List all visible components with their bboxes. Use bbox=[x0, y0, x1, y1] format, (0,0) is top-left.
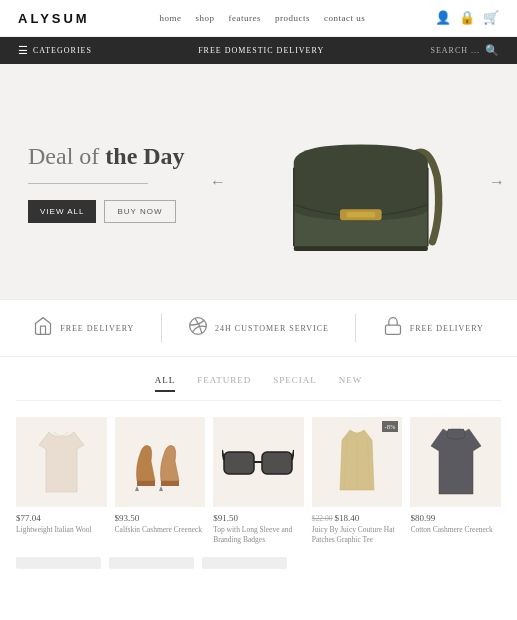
svg-rect-9 bbox=[262, 452, 292, 474]
categories-button[interactable]: ☰ CATEGORIES bbox=[18, 44, 92, 57]
customer-service-icon bbox=[188, 316, 208, 340]
product-card-2: $93.50 Calfskin Cashmere Creeneck bbox=[115, 417, 206, 545]
svg-rect-5 bbox=[294, 246, 428, 251]
feature-label-1: FREE DELIVERY bbox=[60, 324, 134, 333]
product-name-3: Top with Long Sleeve and Branding Badges bbox=[213, 525, 304, 545]
product-card-1: $77.04 Lightweight Italian Wool bbox=[16, 417, 107, 545]
hero-headline: Deal of the Day bbox=[28, 140, 228, 172]
nav-products[interactable]: products bbox=[275, 13, 310, 23]
features-bar: FREE DELIVERY 24H CUSTOMER SERVICE FREE … bbox=[0, 299, 517, 357]
product-price-4: $22.00$18.40 bbox=[312, 513, 403, 523]
hero-line1: Deal of bbox=[28, 143, 105, 169]
product-name-5: Cotton Cashmere Creeneck bbox=[410, 525, 501, 535]
product-img-sunglasses bbox=[222, 442, 294, 482]
product-img-shirt bbox=[34, 427, 89, 497]
features-divider-1 bbox=[161, 314, 162, 342]
cart-icon[interactable]: 🛒 bbox=[483, 10, 499, 26]
svg-rect-2 bbox=[346, 212, 375, 218]
next-arrow[interactable]: → bbox=[489, 173, 505, 191]
product-img-heels bbox=[127, 426, 192, 498]
product-name-4: Juicy By Juicy Couture Hat Patches Graph… bbox=[312, 525, 403, 545]
free-delivery-banner: FREE DOMESTIC DELIVERY bbox=[92, 46, 431, 55]
more-product-thumb-2 bbox=[109, 557, 194, 569]
prev-arrow[interactable]: ← bbox=[210, 173, 226, 191]
nav-features[interactable]: features bbox=[228, 13, 260, 23]
view-all-button[interactable]: VIEW ALL bbox=[28, 200, 96, 223]
secondary-nav: ☰ CATEGORIES FREE DOMESTIC DELIVERY SEAR… bbox=[0, 37, 517, 64]
more-product-thumb-3 bbox=[202, 557, 287, 569]
product-price-1: $77.04 bbox=[16, 513, 107, 523]
buy-now-button[interactable]: BUY NOW bbox=[104, 200, 175, 223]
product-image-wrap-5[interactable] bbox=[410, 417, 501, 507]
hero-buttons: VIEW ALL BUY NOW bbox=[28, 200, 228, 223]
product-image-wrap-1[interactable] bbox=[16, 417, 107, 507]
product-grid: $77.04 Lightweight Italian Wool $93.50 C… bbox=[16, 417, 501, 545]
nav-contact[interactable]: contact us bbox=[324, 13, 365, 23]
delivery-icon-2 bbox=[383, 316, 403, 340]
product-section: ALL FEATURED SPECIAL NEW $77.04 Lightwei… bbox=[0, 357, 517, 545]
hero-line2: the Day bbox=[105, 143, 184, 169]
nav-icons: 👤 🔒 🛒 bbox=[435, 10, 499, 26]
bottom-row-hint bbox=[0, 545, 517, 577]
tab-all[interactable]: ALL bbox=[155, 375, 176, 392]
product-img-dress bbox=[332, 425, 382, 500]
nav-home[interactable]: home bbox=[159, 13, 181, 23]
feature-label-2: 24H CUSTOMER SERVICE bbox=[215, 324, 329, 333]
tab-featured[interactable]: FEATURED bbox=[197, 375, 251, 392]
search-icon: 🔍 bbox=[485, 44, 499, 57]
features-divider-2 bbox=[355, 314, 356, 342]
delivery-icon-1 bbox=[33, 316, 53, 340]
product-image-wrap-4[interactable]: -8% bbox=[312, 417, 403, 507]
feature-customer-service: 24H CUSTOMER SERVICE bbox=[188, 316, 329, 340]
product-name-2: Calfskin Cashmere Creeneck bbox=[115, 525, 206, 535]
product-price-2: $93.50 bbox=[115, 513, 206, 523]
product-image-wrap-3[interactable] bbox=[213, 417, 304, 507]
product-price-5: $80.99 bbox=[410, 513, 501, 523]
menu-icon: ☰ bbox=[18, 44, 28, 57]
logo: ALYSUM bbox=[18, 11, 90, 26]
nav-shop[interactable]: shop bbox=[195, 13, 214, 23]
hero-text: Deal of the Day VIEW ALL BUY NOW bbox=[28, 140, 228, 222]
top-nav: ALYSUM home shop features products conta… bbox=[0, 0, 517, 37]
feature-delivery-2: FREE DELIVERY bbox=[383, 316, 484, 340]
svg-rect-18 bbox=[447, 429, 465, 439]
user-icon[interactable]: 👤 bbox=[435, 10, 451, 26]
product-tabs: ALL FEATURED SPECIAL NEW bbox=[16, 375, 501, 401]
product-card-3: $91.50 Top with Long Sleeve and Branding… bbox=[213, 417, 304, 545]
hero-divider bbox=[28, 183, 148, 184]
svg-rect-7 bbox=[385, 325, 400, 334]
nav-links: home shop features products contact us bbox=[159, 13, 365, 23]
tab-new[interactable]: NEW bbox=[339, 375, 363, 392]
product-name-1: Lightweight Italian Wool bbox=[16, 525, 107, 535]
categories-label: CATEGORIES bbox=[33, 46, 92, 55]
feature-label-3: FREE DELIVERY bbox=[410, 324, 484, 333]
hero-bag-image bbox=[266, 99, 451, 264]
product-image-wrap-2[interactable] bbox=[115, 417, 206, 507]
hero-image-area bbox=[228, 99, 489, 264]
search-label: SEARCH ... bbox=[430, 46, 480, 55]
product-card-5: $80.99 Cotton Cashmere Creeneck bbox=[410, 417, 501, 545]
product-price-3: $91.50 bbox=[213, 513, 304, 523]
search-area[interactable]: SEARCH ... 🔍 bbox=[430, 44, 499, 57]
badge-4: -8% bbox=[382, 421, 399, 432]
product-card-4: -8% $22.00$18.40 Juicy By Juicy Couture … bbox=[312, 417, 403, 545]
more-product-thumb-1 bbox=[16, 557, 101, 569]
tab-special[interactable]: SPECIAL bbox=[273, 375, 317, 392]
svg-rect-8 bbox=[224, 452, 254, 474]
product-img-sweater bbox=[427, 426, 485, 498]
feature-delivery-1: FREE DELIVERY bbox=[33, 316, 134, 340]
account-icon[interactable]: 🔒 bbox=[459, 10, 475, 26]
old-price-4: $22.00 bbox=[312, 514, 333, 523]
hero-section: Deal of the Day VIEW ALL BUY NOW ← bbox=[0, 64, 517, 299]
